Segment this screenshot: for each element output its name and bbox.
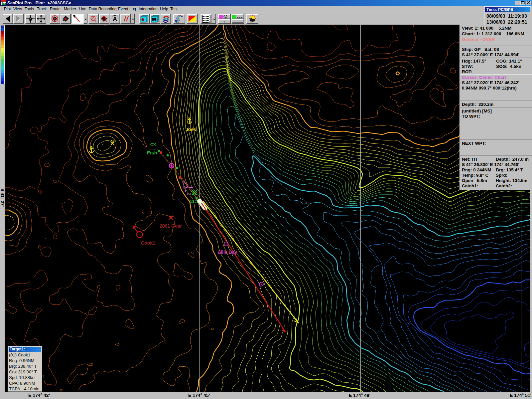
svg-text:Fish: Fish bbox=[147, 150, 157, 155]
svg-text:A: A bbox=[113, 16, 117, 22]
svg-text:2001 Gear: 2001 Gear bbox=[160, 223, 182, 229]
svg-text:Cook1: Cook1 bbox=[141, 240, 155, 246]
svg-text:Bills Day: Bills Day bbox=[217, 250, 237, 255]
svg-text:Joes: Joes bbox=[186, 127, 196, 132]
svg-text:ITI: ITI bbox=[187, 192, 191, 196]
